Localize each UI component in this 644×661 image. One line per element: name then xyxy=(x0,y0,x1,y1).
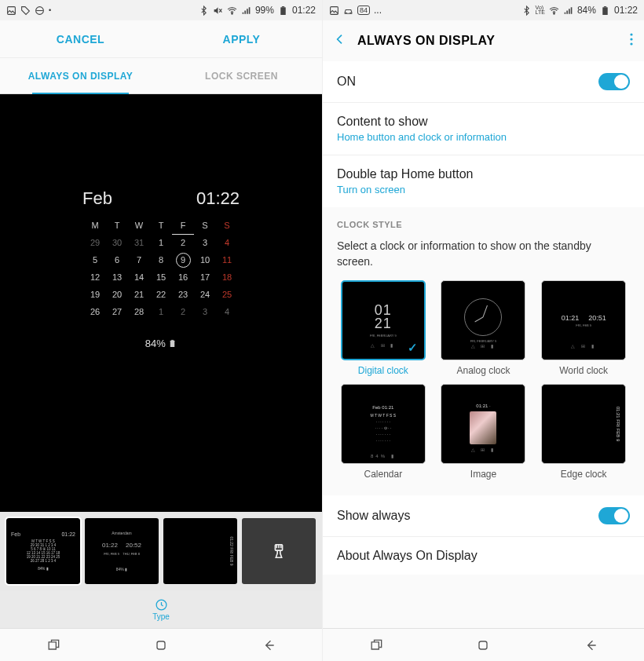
status-dot: • xyxy=(49,6,51,14)
show-always-toggle[interactable] xyxy=(598,507,630,524)
on-label: ON xyxy=(337,75,598,89)
status-time: 01:22 xyxy=(614,5,638,16)
option-calendar[interactable]: Feb 01:21 M T W T F S S · · · · · · ·· ·… xyxy=(337,384,430,480)
image-icon xyxy=(329,5,339,16)
row-content-to-show[interactable]: Content to show Home button and clock or… xyxy=(323,103,644,155)
svg-point-20 xyxy=(630,33,632,35)
option-digital-clock[interactable]: 01 21 FRI, FEBRUARY 9 △ ⊞ ▮ Digital cloc… xyxy=(337,280,430,376)
clock-grid: 01 21 FRI, FEBRUARY 9 △ ⊞ ▮ Digital cloc… xyxy=(323,280,644,495)
nav-recents[interactable] xyxy=(0,629,108,661)
bluetooth-icon xyxy=(521,5,532,16)
wifi-icon xyxy=(227,5,237,16)
option-analog-clock[interactable]: FRI, FEBRUARY 9 △ ⊞ ▮ Analog clock xyxy=(437,280,530,376)
settings-body[interactable]: ON Content to show Home button and clock… xyxy=(323,61,644,628)
nav-bar xyxy=(323,628,644,661)
battery-percent: 84% xyxy=(577,5,596,16)
thumb-custom[interactable] xyxy=(242,518,316,584)
cancel-button[interactable]: CANCEL xyxy=(0,20,161,57)
svg-rect-15 xyxy=(157,641,165,649)
brush-icon xyxy=(270,542,287,560)
nav-home[interactable] xyxy=(108,629,215,661)
row-double-tap[interactable]: Double tap Home button Turn on screen xyxy=(323,155,644,207)
svg-rect-9 xyxy=(171,340,174,341)
phone-right: 84 ... Vo)LTE 84% 01:22 ALWAYS ON DISPLA… xyxy=(322,0,644,661)
svg-point-21 xyxy=(630,38,632,40)
bluetooth-icon xyxy=(199,5,209,16)
nav-recents[interactable] xyxy=(323,629,430,661)
tab-bar: ALWAYS ON DISPLAY LOCK SCREEN xyxy=(0,58,322,94)
phone-left: • 99% 01:22 CANCEL APPLY ALWAYS ON DISPL… xyxy=(0,0,322,661)
svg-rect-7 xyxy=(282,6,284,7)
clock-style-desc: Select a clock or information to show on… xyxy=(323,234,644,280)
tag-icon xyxy=(20,5,31,16)
clock-icon xyxy=(155,598,168,612)
image-icon xyxy=(6,5,16,16)
wifi-icon xyxy=(549,5,559,16)
svg-rect-23 xyxy=(479,641,487,649)
signal-icon xyxy=(563,5,573,16)
mute-icon xyxy=(213,5,223,16)
battery-percent: 99% xyxy=(255,5,274,16)
svg-point-17 xyxy=(554,13,555,14)
preview-battery: 84% xyxy=(145,338,177,349)
tab-lock-screen[interactable]: LOCK SCREEN xyxy=(161,58,322,93)
svg-rect-16 xyxy=(331,6,338,14)
page-header: ALWAYS ON DISPLAY xyxy=(323,20,644,61)
on-toggle[interactable] xyxy=(598,73,630,90)
svg-point-5 xyxy=(232,13,233,14)
svg-rect-8 xyxy=(170,341,175,347)
option-image[interactable]: 01:21 · △ ⊞ ▮ Image xyxy=(437,384,530,480)
row-on[interactable]: ON xyxy=(323,61,644,103)
thumb-world-clock[interactable]: Amsterdam 01:2220:52 FRI, FEB 9 THU, FEB… xyxy=(85,518,159,584)
status-more: ... xyxy=(374,5,382,16)
thumbnail-row: Feb01:22 M T W T F S S29 30 31 1 2 3 45 … xyxy=(0,512,322,590)
nav-bar xyxy=(0,628,322,661)
section-clock-style: CLOCK STYLE xyxy=(323,207,644,234)
row-show-always[interactable]: Show always xyxy=(323,495,644,537)
thumb-calendar[interactable]: Feb01:22 M T W T F S S29 30 31 1 2 3 45 … xyxy=(6,518,80,584)
aod-preview: Feb 01:22 MTWTFSS 2930311234 567891011 1… xyxy=(0,94,322,512)
apply-button[interactable]: APPLY xyxy=(161,20,322,57)
signal-icon xyxy=(241,5,251,16)
svg-rect-6 xyxy=(280,7,286,15)
svg-rect-0 xyxy=(8,6,16,14)
svg-point-22 xyxy=(630,42,632,45)
page-title: ALWAYS ON DISPLAY xyxy=(357,34,495,48)
svg-rect-18 xyxy=(602,7,608,15)
battery-icon xyxy=(600,5,610,16)
tab-aod[interactable]: ALWAYS ON DISPLAY xyxy=(0,58,161,93)
preview-month: Feb xyxy=(82,188,112,209)
car-icon xyxy=(343,5,353,16)
nav-back[interactable] xyxy=(214,629,322,661)
type-button[interactable]: Type xyxy=(0,590,322,628)
volte-icon: Vo)LTE xyxy=(536,5,545,16)
row-about[interactable]: About Always On Display xyxy=(323,537,644,575)
status-bar: 84 ... Vo)LTE 84% 01:22 xyxy=(323,0,644,20)
preview-time: 01:22 xyxy=(196,188,240,209)
status-bar: • 99% 01:22 xyxy=(0,0,322,20)
nav-back[interactable] xyxy=(537,629,644,661)
option-world-clock[interactable]: 01:2120:51 FRI, FEB 9 △ ⊞ ▮ World clock xyxy=(537,280,630,376)
speed-badge: 84 xyxy=(357,5,370,15)
status-time: 01:22 xyxy=(292,5,316,16)
option-edge-clock[interactable]: 01:21 FRI FEB 9 Edge clock xyxy=(537,384,630,480)
dialog-buttons: CANCEL APPLY xyxy=(0,20,322,58)
more-button[interactable] xyxy=(630,33,633,49)
nav-home[interactable] xyxy=(430,629,536,661)
battery-icon xyxy=(278,5,288,16)
preview-calendar: MTWTFSS 2930311234 567891011 12131415161… xyxy=(84,217,238,320)
back-button[interactable] xyxy=(334,33,346,49)
block-icon xyxy=(35,5,45,16)
thumb-edge-clock[interactable]: 01:22 FRI FEB 9 xyxy=(163,518,237,584)
svg-rect-19 xyxy=(604,6,606,7)
